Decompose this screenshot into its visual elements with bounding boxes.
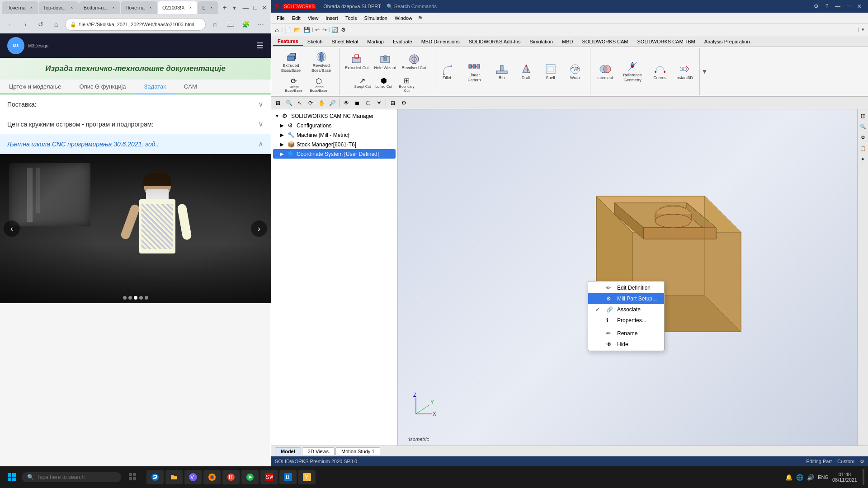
- tool-wrap[interactable]: W Wrap: [564, 61, 586, 82]
- taskbar-blue-app[interactable]: B: [279, 470, 297, 484]
- accordion-header-1[interactable]: Поставка: ∨: [0, 94, 271, 114]
- menu-file[interactable]: File: [273, 14, 288, 22]
- ribbon-tab-analysis[interactable]: Analysis Preparation: [700, 38, 755, 46]
- tool-swept-cut[interactable]: ↗ Swept Cut: [352, 75, 373, 94]
- ribbon-tab-features[interactable]: Features: [273, 37, 303, 46]
- volume-icon[interactable]: 🔊: [807, 474, 814, 481]
- sw-home-button[interactable]: ⌂: [273, 25, 280, 34]
- reader-button[interactable]: 📖: [224, 18, 236, 31]
- tree-coordinate-system[interactable]: ▶ 🔷 Coordinate System [User Defined]: [273, 149, 396, 159]
- redo-button[interactable]: ↪: [321, 26, 328, 34]
- view-settings-button[interactable]: ⚙: [399, 98, 409, 108]
- tab-close-3[interactable]: ×: [110, 5, 117, 11]
- clock[interactable]: 01:48 08/11/2021: [832, 472, 857, 483]
- view-display-button[interactable]: ☀: [374, 98, 384, 108]
- menu-window[interactable]: Window: [391, 14, 416, 22]
- hamburger-menu-button[interactable]: ☰: [256, 41, 264, 51]
- taskbar-firefox[interactable]: [203, 470, 221, 484]
- context-menu-edit-definition[interactable]: ✏ Edit Definition: [588, 282, 664, 293]
- close-browser-button[interactable]: ✕: [260, 4, 269, 11]
- taskbar-search-box[interactable]: 🔍: [22, 472, 121, 482]
- ribbon-tab-markup[interactable]: Markup: [363, 38, 388, 46]
- view-rotate-button[interactable]: ⟳: [306, 98, 316, 108]
- sw-search-box[interactable]: 🔍 Search Commands: [387, 4, 437, 9]
- start-button[interactable]: [4, 469, 20, 485]
- notification-icon[interactable]: 🔔: [785, 474, 793, 481]
- tree-stock-manager[interactable]: ▶ 📦 Stock Manager[6061-T6]: [273, 140, 396, 149]
- sw-close-button[interactable]: ✕: [854, 1, 864, 11]
- carousel-next-button[interactable]: ›: [251, 221, 267, 237]
- show-desktop-button[interactable]: [863, 469, 864, 485]
- rebuild-button[interactable]: 🔄: [330, 26, 339, 34]
- carousel-dot-5[interactable]: [145, 296, 148, 300]
- ribbon-tab-mbd[interactable]: MBD: [557, 38, 577, 46]
- sw-3d-viewport[interactable]: Y X Z *Isometric: [398, 109, 857, 446]
- sw-minimize-button[interactable]: —: [833, 1, 843, 11]
- browser-tab-5[interactable]: O21003!X ×: [158, 1, 198, 14]
- ribbon-tab-sw-cam-tbm[interactable]: SOLIDWORKS CAM TBM: [633, 38, 700, 46]
- site-tab-drawing[interactable]: Цртеж и моделање: [0, 80, 71, 94]
- extensions-button[interactable]: 🧩: [239, 18, 252, 31]
- tab-close-5[interactable]: ×: [187, 5, 193, 11]
- taskbar-media-player[interactable]: [241, 470, 259, 484]
- view-section-button[interactable]: ⊟: [388, 98, 398, 108]
- browser-menu-button[interactable]: ⋯: [255, 18, 267, 31]
- tool-lofted-cut[interactable]: ⬢ Lofted Cut: [373, 75, 394, 94]
- browser-tab-2[interactable]: Top-dow... ×: [39, 1, 79, 14]
- tree-machine[interactable]: ▶ 🔧 Machine [Mill - Metric]: [273, 130, 396, 140]
- ribbon-tab-sw-addins[interactable]: SOLIDWORKS Add-Ins: [464, 38, 525, 46]
- tab-dropdown-button[interactable]: ▾: [233, 4, 236, 11]
- view-zoom-button[interactable]: 🔍: [284, 98, 294, 108]
- context-menu-properties[interactable]: ℹ Properties...: [588, 315, 664, 326]
- context-menu-mill-part-setup[interactable]: ⚙ Mill Part Setup...: [588, 293, 664, 304]
- carousel-dot-1[interactable]: [123, 296, 127, 300]
- ribbon-tab-simulation[interactable]: Simulation: [525, 38, 557, 46]
- taskbar-viber[interactable]: V: [184, 470, 202, 484]
- taskbar-search-input[interactable]: [37, 474, 113, 480]
- ribbon-tab-sketch[interactable]: Sketch: [303, 38, 327, 46]
- menu-tools[interactable]: Tools: [342, 14, 361, 22]
- menu-edit[interactable]: Edit: [288, 14, 304, 22]
- open-file-button[interactable]: 📂: [293, 26, 302, 34]
- back-button[interactable]: ‹: [4, 18, 16, 31]
- tool-rib[interactable]: Rib: [491, 61, 513, 82]
- tool-boundary-cut[interactable]: ⊞ Boundary Cut: [395, 75, 419, 94]
- tool-draft[interactable]: Draft: [515, 61, 538, 82]
- tab-close-4[interactable]: ×: [147, 5, 154, 11]
- ribbon-tab-sheet-metal[interactable]: Sheet Metal: [327, 38, 363, 46]
- menu-simulation[interactable]: Simulation: [361, 14, 391, 22]
- sw-restore-button[interactable]: □: [844, 1, 854, 11]
- hide-show-button[interactable]: 👁: [341, 98, 351, 108]
- site-tab-gfunctions[interactable]: Опис G функција: [71, 80, 135, 94]
- taskbar-file-explorer[interactable]: [165, 470, 183, 484]
- bookmark-button[interactable]: ☆: [208, 18, 221, 31]
- taskview-button[interactable]: [125, 469, 141, 485]
- context-menu-hide[interactable]: 👁 Hide: [588, 339, 664, 350]
- options-button[interactable]: ⚙: [340, 26, 347, 34]
- browser-tab-6[interactable]: E ×: [198, 1, 218, 14]
- refresh-button[interactable]: ↺: [34, 18, 47, 31]
- maximize-browser-button[interactable]: □: [252, 4, 259, 11]
- tool-shell[interactable]: Shell: [539, 61, 562, 82]
- sw-settings-button[interactable]: ⚙: [811, 1, 821, 11]
- save-button[interactable]: 💾: [302, 26, 311, 34]
- tool-hole-wizard[interactable]: Hole Wizard: [373, 51, 398, 72]
- ribbon-expand-button[interactable]: ▼: [700, 48, 710, 95]
- minimize-browser-button[interactable]: —: [241, 4, 251, 11]
- tool-fillet[interactable]: Fillet: [436, 61, 458, 82]
- view-shaded-button[interactable]: ◼: [352, 98, 362, 108]
- context-menu-associate[interactable]: ✓ 🔗 Associate: [588, 304, 664, 315]
- site-tab-cam[interactable]: CAM: [175, 80, 206, 94]
- tool-extruded-boss-base[interactable]: Extruded Boss/Base: [277, 49, 305, 75]
- carousel-dot-2[interactable]: [128, 296, 132, 300]
- view-select-button[interactable]: ↖: [295, 98, 305, 108]
- sw-tab-3d-views[interactable]: 3D Views: [302, 447, 335, 455]
- context-menu-rename[interactable]: ✏ Rename: [588, 328, 664, 339]
- tool-swept-boss-base[interactable]: ⟳ Swept Boss/Base: [282, 76, 306, 94]
- new-file-button[interactable]: 📄: [283, 26, 292, 34]
- browser-tab-1[interactable]: Почетна ×: [2, 1, 38, 14]
- panel-resize-handle[interactable]: [864, 109, 868, 446]
- carousel-dot-4[interactable]: [139, 296, 143, 300]
- tool-revolved-boss-base[interactable]: Revolved Boss/Base: [307, 49, 335, 75]
- screen-settings-icon[interactable]: ⚙: [860, 459, 864, 465]
